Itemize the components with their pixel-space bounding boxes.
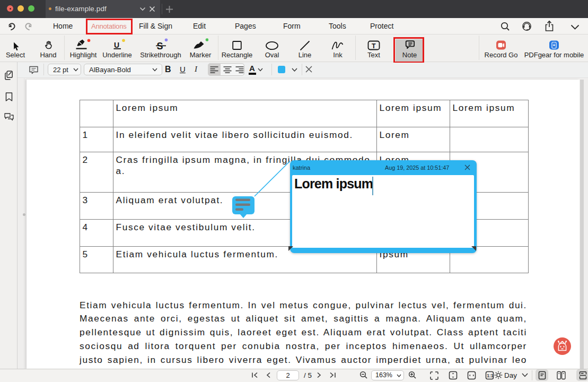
svg-text:T: T: [372, 42, 376, 50]
svg-text:U: U: [114, 41, 119, 49]
svg-text:1:1: 1:1: [487, 373, 494, 378]
